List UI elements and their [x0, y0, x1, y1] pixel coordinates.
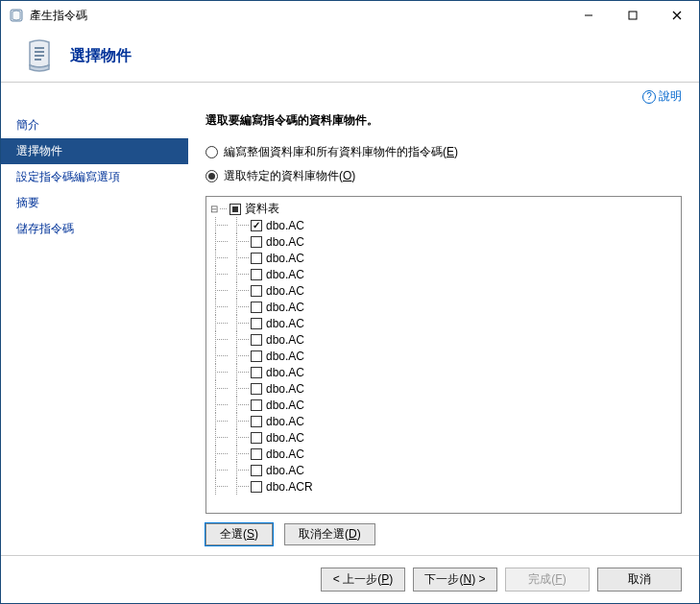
- tree-label: dbo.AC: [266, 252, 304, 265]
- checkbox[interactable]: [251, 383, 262, 395]
- checkbox[interactable]: [251, 367, 262, 378]
- tree-connector: [208, 266, 229, 282]
- tree-label: dbo.AC: [266, 268, 304, 281]
- tree-connector: [208, 413, 229, 429]
- tree-item[interactable]: dbo.AC: [208, 413, 679, 429]
- tree-label: dbo.AC: [266, 415, 304, 428]
- sidebar: 簡介選擇物件設定指令碼編寫選項摘要儲存指令碼: [1, 105, 188, 555]
- tree-item[interactable]: dbo.AC: [208, 446, 679, 462]
- tree-label: 資料表: [245, 201, 279, 217]
- tree-connector: [208, 282, 229, 299]
- help-icon: ?: [642, 90, 656, 104]
- checkbox[interactable]: [229, 204, 241, 215]
- checkbox[interactable]: [251, 481, 262, 493]
- tree-connector: [229, 364, 251, 380]
- tree-item[interactable]: dbo.AC: [208, 299, 679, 315]
- tree-connector: [229, 413, 251, 429]
- deselect-all-button[interactable]: 取消全選(D): [284, 523, 375, 545]
- tree-label: dbo.AC: [266, 333, 304, 347]
- checkbox[interactable]: [251, 236, 262, 248]
- sidebar-item-4[interactable]: 儲存指令碼: [1, 216, 188, 242]
- tree-connector: [208, 315, 229, 331]
- checkbox[interactable]: [251, 399, 262, 411]
- minimize-button[interactable]: [567, 1, 611, 30]
- wizard-header: 選擇物件: [1, 30, 699, 83]
- checkbox[interactable]: [251, 448, 262, 460]
- tree-item[interactable]: dbo.AC: [208, 315, 679, 331]
- page-title: 選擇物件: [70, 46, 132, 66]
- tree-connector: [229, 446, 251, 462]
- tree-item[interactable]: dbo.AC: [208, 364, 679, 380]
- checkbox[interactable]: [251, 465, 262, 476]
- sidebar-item-1[interactable]: 選擇物件: [1, 138, 188, 164]
- radio-label: 選取特定的資料庫物件(O): [224, 168, 355, 184]
- tree-connector: [229, 397, 251, 413]
- tree-connector: [229, 462, 251, 478]
- select-all-button[interactable]: 全選(S): [205, 523, 273, 545]
- tree-item[interactable]: dbo.AC: [208, 462, 679, 478]
- tree-label: dbo.AC: [266, 382, 304, 396]
- radio-script-specific[interactable]: 選取特定的資料庫物件(O): [205, 168, 682, 184]
- tree-connector: [229, 233, 251, 250]
- radio-script-all[interactable]: 編寫整個資料庫和所有資料庫物件的指令碼(E): [205, 144, 682, 160]
- checkbox[interactable]: [251, 285, 262, 297]
- checkbox[interactable]: [251, 432, 262, 444]
- tree-connector: [229, 217, 251, 233]
- checkbox[interactable]: [251, 253, 262, 264]
- checkbox[interactable]: [251, 416, 262, 427]
- tree-item[interactable]: dbo.ACR: [208, 478, 679, 495]
- tree-connector: [208, 429, 229, 446]
- sidebar-item-0[interactable]: 簡介: [1, 112, 188, 138]
- tree-connector: [208, 462, 229, 478]
- tree-connector: [229, 266, 251, 282]
- tree-item[interactable]: dbo.AC: [208, 380, 679, 397]
- tree-item[interactable]: dbo.AC: [208, 397, 679, 413]
- sidebar-item-2[interactable]: 設定指令碼編寫選項: [1, 164, 188, 190]
- titlebar: 產生指令碼: [1, 1, 699, 30]
- back-button[interactable]: < 上一步(P): [321, 568, 405, 592]
- tree-item[interactable]: dbo.AC: [208, 282, 679, 299]
- tree-item[interactable]: dbo.AC: [208, 233, 679, 250]
- dialog-window: 產生指令碼 選擇物件 ? 說明 簡介選擇物件設定指令碼編寫選項摘要儲存指令碼 選…: [0, 0, 700, 604]
- checkbox[interactable]: [251, 269, 262, 280]
- tree-item[interactable]: dbo.AC: [208, 331, 679, 348]
- checkbox[interactable]: [251, 334, 262, 346]
- checkbox[interactable]: [251, 318, 262, 329]
- object-tree[interactable]: ⊟資料表dbo.ACdbo.ACdbo.ACdbo.ACdbo.ACdbo.AC…: [205, 196, 682, 514]
- tree-item[interactable]: dbo.AC: [208, 348, 679, 364]
- tree-connector: [229, 348, 251, 364]
- tree-item[interactable]: dbo.AC: [208, 217, 679, 233]
- tree-connector: [208, 348, 229, 364]
- instruction-text: 選取要編寫指令碼的資料庫物件。: [205, 112, 682, 129]
- tree-label: dbo.ACR: [266, 480, 313, 494]
- tree-label: dbo.AC: [266, 235, 304, 249]
- cancel-button[interactable]: 取消: [597, 568, 682, 592]
- tree-connector: [208, 380, 229, 397]
- finish-button: 完成(F): [505, 568, 590, 592]
- tree-item[interactable]: dbo.AC: [208, 266, 679, 282]
- tree-root[interactable]: ⊟資料表: [208, 201, 679, 217]
- close-button[interactable]: [655, 1, 699, 30]
- tree-label: dbo.AC: [266, 301, 304, 314]
- tree-connector: [229, 250, 251, 266]
- tree-connector: [229, 380, 251, 397]
- script-icon: [20, 36, 59, 75]
- tree-item[interactable]: dbo.AC: [208, 429, 679, 446]
- maximize-button[interactable]: [611, 1, 655, 30]
- sidebar-item-3[interactable]: 摘要: [1, 190, 188, 216]
- checkbox[interactable]: [251, 220, 262, 231]
- body: 簡介選擇物件設定指令碼編寫選項摘要儲存指令碼 選取要編寫指令碼的資料庫物件。 編…: [1, 105, 699, 555]
- collapse-icon[interactable]: ⊟: [208, 204, 220, 214]
- svg-rect-2: [629, 12, 637, 19]
- radio-icon: [205, 146, 218, 158]
- checkbox[interactable]: [251, 350, 262, 362]
- next-button[interactable]: 下一步(N) >: [413, 568, 497, 592]
- help-link[interactable]: ? 說明: [642, 88, 682, 105]
- tree-item[interactable]: dbo.AC: [208, 250, 679, 266]
- content: 選取要編寫指令碼的資料庫物件。 編寫整個資料庫和所有資料庫物件的指令碼(E) 選…: [188, 105, 699, 555]
- help-label: 說明: [659, 88, 682, 105]
- tree-connector: [229, 331, 251, 348]
- tree-connector: [229, 478, 251, 495]
- tree-connector: [229, 299, 251, 315]
- checkbox[interactable]: [251, 302, 262, 313]
